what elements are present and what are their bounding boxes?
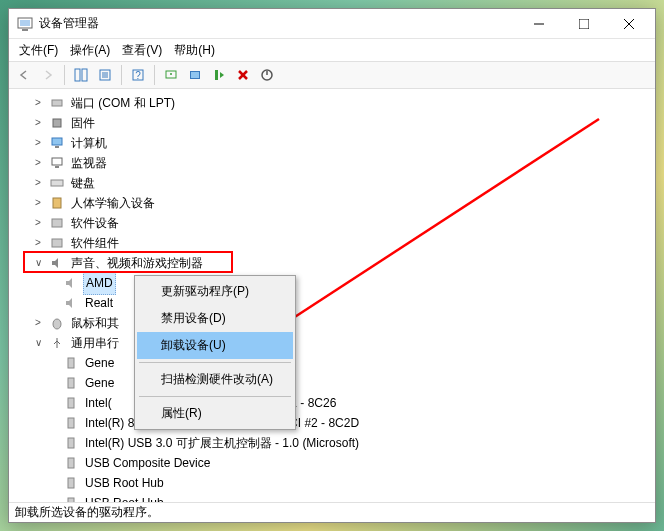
menu-action[interactable]: 操作(A)	[64, 40, 116, 61]
svg-rect-34	[68, 378, 74, 388]
svg-rect-33	[68, 358, 74, 368]
svg-rect-17	[191, 72, 199, 78]
menu-properties[interactable]: 属性(R)	[137, 400, 293, 427]
menubar: 文件(F) 操作(A) 查看(V) 帮助(H)	[9, 39, 655, 61]
tree-item-hid[interactable]: >人体学输入设备	[9, 193, 655, 213]
usb-device-icon	[63, 395, 79, 411]
show-hide-tree-button[interactable]	[70, 64, 92, 86]
svg-rect-27	[55, 166, 59, 168]
back-button[interactable]	[13, 64, 35, 86]
close-button[interactable]	[606, 10, 651, 38]
svg-rect-26	[52, 158, 62, 165]
svg-rect-28	[51, 180, 63, 186]
help-button[interactable]: ?	[127, 64, 149, 86]
software-icon	[49, 215, 65, 231]
firmware-icon	[49, 115, 65, 131]
expand-icon[interactable]: >	[31, 173, 45, 193]
svg-rect-30	[52, 219, 62, 227]
tree-item-sound-amd[interactable]: AMD	[9, 273, 655, 293]
svg-rect-2	[22, 29, 28, 31]
expand-icon[interactable]: >	[31, 313, 45, 333]
expand-icon[interactable]: >	[31, 133, 45, 153]
menu-update-driver[interactable]: 更新驱动程序(P)	[137, 278, 293, 305]
tree-item-sound-realtek[interactable]: Realt	[9, 293, 655, 313]
toolbar: ?	[9, 61, 655, 89]
tree-item-keyboard[interactable]: >键盘	[9, 173, 655, 193]
usb-device-icon	[63, 495, 79, 502]
uninstall-button[interactable]	[232, 64, 254, 86]
svg-rect-22	[52, 100, 62, 106]
tree-item-usb-roothub2[interactable]: USB Root Hub	[9, 493, 655, 502]
tree-item-usb-composite[interactable]: USB Composite Device	[9, 453, 655, 473]
tree-item-usb-intel1[interactable]: Intel(#1 - 8C26	[9, 393, 655, 413]
tree-item-computer[interactable]: >计算机	[9, 133, 655, 153]
window-title: 设备管理器	[39, 15, 516, 32]
tree-item-usb-generic2[interactable]: Gene	[9, 373, 655, 393]
svg-rect-29	[53, 198, 61, 208]
monitor-icon	[49, 155, 65, 171]
tree-item-mouse[interactable]: >鼠标和其	[9, 313, 655, 333]
svg-rect-36	[68, 418, 74, 428]
menu-uninstall-device[interactable]: 卸载设备(U)	[137, 332, 293, 359]
expand-icon[interactable]: >	[31, 193, 45, 213]
tree-item-usb-intel2[interactable]: Intel(R) 8 Series/C220 Series USB EHCI #…	[9, 413, 655, 433]
svg-rect-38	[68, 458, 74, 468]
expand-icon[interactable]: >	[31, 93, 45, 113]
expand-icon[interactable]: >	[31, 233, 45, 253]
audio-device-icon	[63, 295, 79, 311]
hid-icon	[49, 195, 65, 211]
expand-icon[interactable]: >	[31, 113, 45, 133]
menu-scan-hardware[interactable]: 扫描检测硬件改动(A)	[137, 366, 293, 393]
svg-point-32	[53, 319, 61, 329]
tree-item-usb-intel3[interactable]: Intel(R) USB 3.0 可扩展主机控制器 - 1.0 (Microso…	[9, 433, 655, 453]
svg-rect-37	[68, 438, 74, 448]
maximize-button[interactable]	[561, 10, 606, 38]
tree-item-usb-generic1[interactable]: Gene	[9, 353, 655, 373]
menu-disable-device[interactable]: 禁用设备(D)	[137, 305, 293, 332]
sound-icon	[49, 255, 65, 271]
component-icon	[49, 235, 65, 251]
update-driver-button[interactable]	[184, 64, 206, 86]
svg-rect-39	[68, 478, 74, 488]
scan-hardware-button[interactable]	[160, 64, 182, 86]
usb-device-icon	[63, 355, 79, 371]
menu-file[interactable]: 文件(F)	[13, 40, 64, 61]
port-icon	[49, 95, 65, 111]
menu-separator	[139, 362, 291, 363]
titlebar: 设备管理器	[9, 9, 655, 39]
svg-rect-24	[52, 138, 62, 145]
collapse-icon[interactable]: ∨	[31, 253, 45, 273]
collapse-icon[interactable]: ∨	[31, 333, 45, 353]
tree-item-firmware[interactable]: >固件	[9, 113, 655, 133]
enable-button[interactable]	[208, 64, 230, 86]
svg-rect-7	[75, 69, 80, 81]
svg-text:?: ?	[135, 70, 141, 81]
keyboard-icon	[49, 175, 65, 191]
expand-icon[interactable]: >	[31, 213, 45, 233]
expand-icon[interactable]: >	[31, 153, 45, 173]
audio-device-icon	[63, 275, 79, 291]
minimize-button[interactable]	[516, 10, 561, 38]
usb-icon	[49, 335, 65, 351]
svg-rect-25	[55, 146, 59, 148]
properties-button[interactable]	[94, 64, 116, 86]
status-text: 卸载所选设备的驱动程序。	[15, 504, 159, 521]
menu-view[interactable]: 查看(V)	[116, 40, 168, 61]
svg-rect-4	[579, 19, 589, 29]
tree-item-sound[interactable]: ∨声音、视频和游戏控制器	[9, 253, 655, 273]
disable-button[interactable]	[256, 64, 278, 86]
mouse-icon	[49, 315, 65, 331]
svg-rect-1	[20, 20, 30, 26]
svg-rect-23	[53, 119, 61, 127]
tree-item-usb-roothub1[interactable]: USB Root Hub	[9, 473, 655, 493]
computer-icon	[49, 135, 65, 151]
forward-button[interactable]	[37, 64, 59, 86]
tree-item-software-components[interactable]: >软件组件	[9, 233, 655, 253]
tree-content[interactable]: >端口 (COM 和 LPT) >固件 >计算机 >监视器 >键盘 >人体学输入…	[9, 89, 655, 502]
tree-item-ports[interactable]: >端口 (COM 和 LPT)	[9, 93, 655, 113]
tree-item-monitor[interactable]: >监视器	[9, 153, 655, 173]
menu-help[interactable]: 帮助(H)	[168, 40, 221, 61]
tree-item-usb[interactable]: ∨通用串行	[9, 333, 655, 353]
tree-item-software-devices[interactable]: >软件设备	[9, 213, 655, 233]
svg-rect-40	[68, 498, 74, 502]
